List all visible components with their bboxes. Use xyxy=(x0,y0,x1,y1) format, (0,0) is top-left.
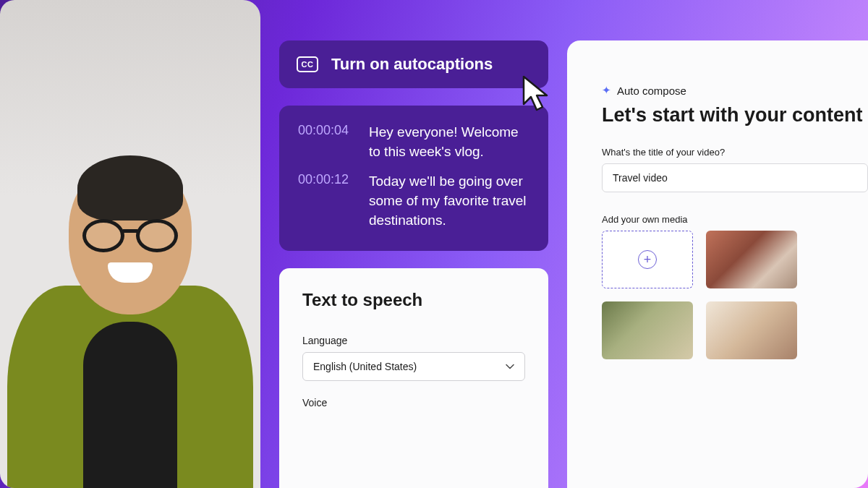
compose-heading: Let's start with your content xyxy=(602,104,868,127)
video-title-label: What's the title of your video? xyxy=(602,147,868,158)
autocaptions-button[interactable]: CC Turn on autocaptions xyxy=(279,40,548,88)
caption-timestamp: 00:00:12 xyxy=(298,172,357,231)
auto-compose-panel: ✦ Auto compose Let's start with your con… xyxy=(567,40,868,488)
caption-row: 00:00:12 Today we'll be going over some … xyxy=(298,172,529,231)
caption-row: 00:00:04 Hey everyone! Welcome to this w… xyxy=(298,123,529,162)
add-media-label: Add your own media xyxy=(602,214,868,225)
video-title-input[interactable]: Travel video xyxy=(602,163,868,192)
video-title-value: Travel video xyxy=(613,172,668,184)
add-media-button[interactable]: + xyxy=(602,231,693,288)
captions-panel: 00:00:04 Hey everyone! Welcome to this w… xyxy=(279,106,548,251)
caption-text: Today we'll be going over some of my fav… xyxy=(369,172,529,231)
language-select[interactable]: English (United States) xyxy=(302,352,525,381)
language-label: Language xyxy=(302,335,525,346)
chevron-down-icon xyxy=(506,362,514,371)
closed-captions-icon: CC xyxy=(297,56,318,72)
media-thumbnail[interactable] xyxy=(602,301,693,359)
text-to-speech-panel: Text to speech Language English (United … xyxy=(279,268,548,488)
sparkle-icon: ✦ xyxy=(602,84,611,97)
presenter-photo xyxy=(0,0,260,488)
plus-icon: + xyxy=(638,250,657,269)
media-thumbnail[interactable] xyxy=(706,231,797,288)
autocaptions-label: Turn on autocaptions xyxy=(331,55,493,74)
language-value: English (United States) xyxy=(313,361,417,372)
caption-timestamp: 00:00:04 xyxy=(298,123,357,162)
media-thumbnail[interactable] xyxy=(706,301,797,359)
tts-title: Text to speech xyxy=(302,290,525,310)
auto-compose-badge: Auto compose xyxy=(617,85,686,97)
caption-text: Hey everyone! Welcome to this week's vlo… xyxy=(369,123,529,162)
media-grid: + xyxy=(602,231,868,359)
cursor-icon xyxy=(519,74,551,113)
voice-label: Voice xyxy=(302,397,525,408)
